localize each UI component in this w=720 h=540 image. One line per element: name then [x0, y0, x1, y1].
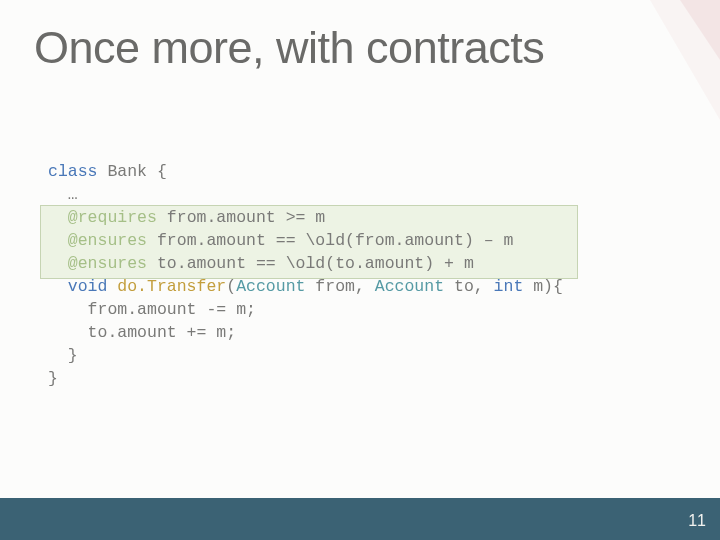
code-text: to.amount == \old(to.amount) + m: [147, 254, 474, 273]
svg-marker-1: [650, 0, 720, 120]
svg-marker-0: [680, 0, 720, 60]
code-text: …: [48, 185, 78, 204]
slide-title: Once more, with contracts: [34, 22, 544, 74]
ann-ensures: @ensures: [48, 231, 147, 250]
code-text: }: [48, 369, 58, 388]
method-name: do.Transfer: [117, 277, 226, 296]
slide: Once more, with contracts class Bank { ……: [0, 0, 720, 540]
type-account: Account: [236, 277, 305, 296]
kw-int: int: [494, 277, 524, 296]
code-text: m){: [523, 277, 563, 296]
code-text: Bank {: [98, 162, 167, 181]
type-account: Account: [375, 277, 444, 296]
code-text: from.amount >= m: [157, 208, 325, 227]
ann-ensures: @ensures: [48, 254, 147, 273]
page-number: 11: [688, 512, 706, 530]
footer-bar: 11: [0, 498, 720, 540]
code-text: from,: [305, 277, 374, 296]
ann-requires: @requires: [48, 208, 157, 227]
kw-class: class: [48, 162, 98, 181]
code-block: class Bank { … @requires from.amount >= …: [48, 160, 563, 390]
code-text: }: [48, 346, 78, 365]
kw-void: void: [48, 277, 117, 296]
code-text: to,: [444, 277, 494, 296]
code-text: to.amount += m;: [48, 323, 236, 342]
code-text: from.amount -= m;: [48, 300, 256, 319]
corner-accent: [600, 0, 720, 540]
code-text: from.amount == \old(from.amount) – m: [147, 231, 513, 250]
code-text: (: [226, 277, 236, 296]
